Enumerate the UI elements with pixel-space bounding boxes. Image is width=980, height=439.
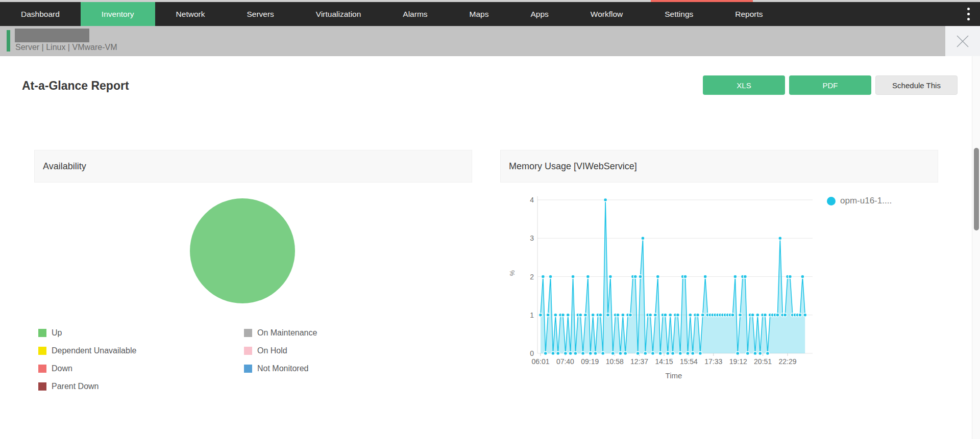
schedule-this-button[interactable]: Schedule This	[875, 75, 958, 95]
availability-legend-col1: Up Dependent Unavailable Down Parent Dow…	[38, 329, 136, 391]
page: Dashboard Inventory Network Servers Virt…	[0, 0, 980, 439]
availability-panel-header: Availability	[34, 150, 472, 183]
not-monitored-swatch	[244, 365, 252, 373]
xls-export-button[interactable]: XLS	[703, 75, 785, 95]
memory-panel-header: Memory Usage [VIWebService]	[500, 150, 938, 183]
y-axis-label-percent: %	[508, 270, 516, 276]
nav-tab-reports[interactable]: Reports	[714, 2, 783, 26]
svg-text:20:51: 20:51	[754, 357, 772, 366]
nav-tab-settings[interactable]: Settings	[644, 2, 714, 26]
x-axis-label-time: Time	[638, 371, 709, 380]
svg-text:15:54: 15:54	[680, 357, 698, 366]
pdf-export-button[interactable]: PDF	[789, 75, 871, 95]
svg-text:09:19: 09:19	[581, 357, 599, 366]
svg-text:1: 1	[530, 311, 534, 319]
nav-tab-dashboard[interactable]: Dashboard	[0, 2, 81, 26]
svg-text:22:29: 22:29	[778, 357, 796, 366]
nav-tab-virtualization[interactable]: Virtualization	[295, 2, 382, 26]
nav-tab-network[interactable]: Network	[155, 2, 226, 26]
svg-text:07:40: 07:40	[556, 357, 574, 366]
vertical-scrollbar-track	[972, 56, 980, 439]
series-name: opm-u16-1....	[840, 196, 892, 206]
legend-item-not-monitored: Not Monitored	[244, 365, 317, 373]
legend-item-dependent-unavailable: Dependent Unavailable	[38, 347, 136, 355]
nav-tab-servers[interactable]: Servers	[226, 2, 295, 26]
availability-pie-chart	[190, 198, 295, 303]
legend-item-on-hold: On Hold	[244, 347, 317, 355]
memory-panel-title: Memory Usage [VIWebService]	[509, 161, 637, 172]
nav-tab-apps[interactable]: Apps	[509, 2, 569, 26]
svg-text:19:12: 19:12	[729, 357, 747, 366]
nav-tab-alarms[interactable]: Alarms	[382, 2, 448, 26]
close-icon[interactable]	[955, 34, 970, 49]
device-context-bar: Server | Linux | VMware-VM	[0, 26, 945, 56]
down-swatch	[38, 365, 46, 373]
svg-text:12:37: 12:37	[630, 357, 648, 366]
legend-item-down: Down	[38, 365, 136, 373]
page-title: At-a-Glance Report	[22, 79, 129, 93]
breadcrumb: Server | Linux | VMware-VM	[15, 43, 117, 52]
legend-item-up: Up	[38, 329, 136, 337]
on-maintenance-swatch	[244, 329, 252, 337]
svg-text:2: 2	[530, 273, 534, 281]
on-hold-swatch	[244, 347, 252, 355]
nav-tab-inventory[interactable]: Inventory	[81, 2, 155, 26]
vertical-scrollbar-thumb[interactable]	[974, 148, 979, 230]
svg-text:4: 4	[530, 196, 534, 204]
close-panel	[945, 26, 980, 56]
report-actions: XLS PDF Schedule This	[703, 75, 958, 95]
legend-item-parent-down: Parent Down	[38, 382, 136, 391]
nav-tab-workflow[interactable]: Workflow	[570, 2, 644, 26]
device-name-redacted	[15, 29, 89, 42]
svg-text:3: 3	[530, 234, 534, 242]
svg-text:0: 0	[530, 349, 534, 357]
up-swatch	[38, 329, 46, 337]
memory-usage-chart: 0123406:0107:4009:1910:5812:3714:1515:54…	[526, 196, 822, 382]
nav-tab-maps[interactable]: Maps	[449, 2, 510, 26]
main-navbar: Dashboard Inventory Network Servers Virt…	[0, 2, 980, 26]
parent-down-swatch	[38, 382, 46, 391]
dependent-unavailable-swatch	[38, 347, 46, 355]
svg-text:06:01: 06:01	[531, 357, 549, 366]
availability-panel-title: Availability	[43, 161, 86, 172]
svg-text:10:58: 10:58	[606, 357, 624, 366]
availability-legend-col2: On Maintenance On Hold Not Monitored	[244, 329, 317, 373]
memory-series-legend[interactable]: opm-u16-1....	[827, 196, 892, 206]
legend-item-on-maintenance: On Maintenance	[244, 329, 317, 337]
svg-text:17:33: 17:33	[704, 357, 722, 366]
status-accent-bar	[7, 30, 10, 51]
kebab-menu-icon[interactable]	[964, 2, 973, 26]
svg-text:14:15: 14:15	[655, 357, 673, 366]
series-dot-icon	[827, 197, 836, 205]
